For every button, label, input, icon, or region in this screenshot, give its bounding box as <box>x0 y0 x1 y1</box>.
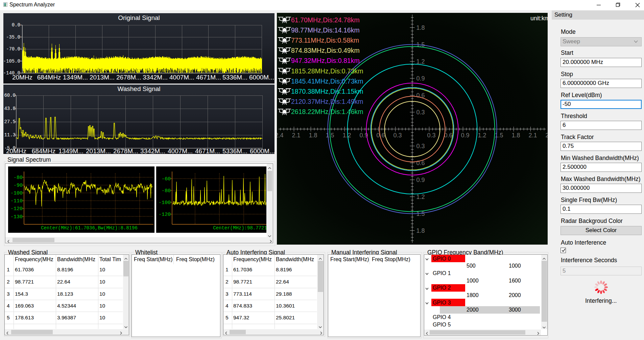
svg-text:Original Signal: Original Signal <box>118 14 160 21</box>
svg-text:773.11MHz,Dis:0.58km: 773.11MHz,Dis:0.58km <box>291 37 359 44</box>
svg-text:947.32MHz,Dis:0.81km: 947.32MHz,Dis:0.81km <box>291 57 360 64</box>
svg-text:2678M...: 2678M... <box>113 148 138 154</box>
svg-text:-80: -80 <box>162 188 171 194</box>
svg-text:2.1: 2.1 <box>292 132 301 139</box>
svg-text:Washed Signal: Washed Signal <box>117 85 160 92</box>
svg-text:-100: -100 <box>159 200 171 206</box>
svg-text:6000M...: 6000M... <box>249 74 274 81</box>
svg-text:1.8: 1.8 <box>309 132 317 139</box>
svg-text:2678M...: 2678M... <box>116 74 141 81</box>
svg-text:2618.22MHz,Dis:1.46km: 2618.22MHz,Dis:1.46km <box>291 108 363 115</box>
svg-text:684MHz: 684MHz <box>32 148 56 154</box>
svg-text:Center(MHz):61.7036,Bw(MHz):8.: Center(MHz):61.7036,Bw(MHz):8.8196 <box>41 225 138 231</box>
svg-text:5336M...: 5336M... <box>222 148 247 154</box>
svg-text:Center(MHz):98.7721,Bw(MHz):2: Center(MHz):98.7721,Bw(MHz):2 <box>213 225 266 231</box>
svg-text:1845.41MHz,Dis:0.73km: 1845.41MHz,Dis:0.73km <box>291 77 363 85</box>
svg-text:0.3: 0.3 <box>393 132 402 139</box>
svg-text:98.77MHz,Dis:14.16km: 98.77MHz,Dis:14.16km <box>291 26 360 34</box>
svg-text:684MHz: 684MHz <box>37 74 61 81</box>
svg-text:1349M...: 1349M... <box>58 148 84 154</box>
svg-text:0.9: 0.9 <box>461 132 470 139</box>
svg-text:-35.0: -35.0 <box>6 35 20 40</box>
svg-text:1870.38MHz,Dis:1.15km: 1870.38MHz,Dis:1.15km <box>291 88 363 95</box>
svg-text:0.0: 0.0 <box>12 22 20 28</box>
svg-text:-100: -100 <box>10 190 23 196</box>
svg-text:4007M...: 4007M... <box>168 148 193 154</box>
svg-text:4671M...: 4671M... <box>196 74 221 81</box>
svg-text:unit:km: unit:km <box>530 15 548 22</box>
svg-text:1.8: 1.8 <box>416 24 425 31</box>
svg-text:20MHz: 20MHz <box>12 74 32 81</box>
svg-text:27.5: 27.5 <box>4 119 16 124</box>
svg-text:1349M...: 1349M... <box>63 74 88 81</box>
svg-text:-105.0: -105.0 <box>3 59 20 64</box>
svg-text:-120: -120 <box>10 206 23 212</box>
svg-text:61.70MHz,Dis:24.78km: 61.70MHz,Dis:24.78km <box>291 16 360 24</box>
svg-text:0.9: 0.9 <box>416 177 425 183</box>
svg-text:0.3: 0.3 <box>416 109 425 116</box>
svg-text:1.8: 1.8 <box>416 227 425 234</box>
svg-text:1.8: 1.8 <box>512 132 520 139</box>
svg-text:1.2: 1.2 <box>416 58 425 65</box>
svg-text:-110: -110 <box>10 198 23 204</box>
svg-text:-80: -80 <box>14 175 23 181</box>
svg-text:6000M...: 6000M... <box>250 148 275 154</box>
svg-text:1.2: 1.2 <box>416 194 425 200</box>
svg-text:3342M...: 3342M... <box>140 148 165 154</box>
svg-text:11.3: 11.3 <box>4 132 16 138</box>
svg-text:-90: -90 <box>14 183 23 188</box>
svg-text:20MHz: 20MHz <box>6 148 26 154</box>
svg-text:43.8: 43.8 <box>4 106 16 111</box>
svg-text:874.83MHz,Dis:0.49km: 874.83MHz,Dis:0.49km <box>291 47 360 54</box>
svg-text:2.1: 2.1 <box>529 132 537 139</box>
svg-text:-130: -130 <box>10 214 23 220</box>
svg-text:2.4: 2.4 <box>277 132 284 139</box>
svg-text:3342M...: 3342M... <box>143 74 168 81</box>
svg-text:5336M...: 5336M... <box>222 74 247 81</box>
svg-text:0.6: 0.6 <box>444 132 453 139</box>
svg-text:2013M...: 2013M... <box>90 74 115 81</box>
svg-text:2.4: 2.4 <box>546 132 548 139</box>
svg-text:0.9: 0.9 <box>416 75 425 82</box>
svg-text:-120: -120 <box>159 212 171 218</box>
svg-text:60.0: 60.0 <box>4 93 16 98</box>
svg-text:-60: -60 <box>162 176 171 182</box>
svg-text:0.3: 0.3 <box>416 143 425 150</box>
svg-text:4671M...: 4671M... <box>195 148 220 154</box>
svg-text:1.2: 1.2 <box>478 132 486 139</box>
svg-text:2013M...: 2013M... <box>86 148 111 154</box>
svg-text:1.2: 1.2 <box>343 132 351 139</box>
svg-text:-70.0: -70.0 <box>6 46 20 52</box>
svg-text:1815.28MHz,Dis:0.73km: 1815.28MHz,Dis:0.73km <box>291 67 363 75</box>
svg-text:0.3: 0.3 <box>427 132 436 139</box>
svg-text:2120.37MHz,Dis:1.49km: 2120.37MHz,Dis:1.49km <box>291 98 363 105</box>
svg-text:4007M...: 4007M... <box>169 74 194 81</box>
